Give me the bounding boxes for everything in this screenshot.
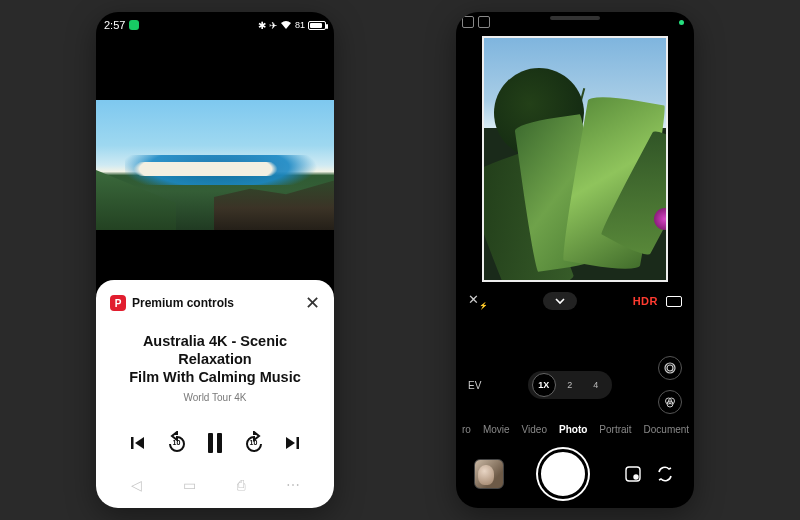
- svg-point-2: [667, 365, 673, 371]
- previous-track-button[interactable]: [124, 429, 152, 457]
- rewind-10-button[interactable]: 10: [165, 431, 189, 455]
- filters-icon[interactable]: [658, 390, 682, 414]
- rewind-seconds: 10: [165, 439, 189, 446]
- airplane-icon: ✈: [269, 20, 277, 31]
- svg-rect-1: [297, 437, 300, 449]
- video-title-line1: Australia 4K - Scenic Relaxation: [143, 333, 287, 367]
- forward-10-button[interactable]: 10: [242, 431, 266, 455]
- playback-controls: 10 10: [110, 429, 320, 457]
- mode-video[interactable]: Video: [522, 424, 547, 435]
- drag-handle-icon[interactable]: [550, 16, 600, 20]
- battery-icon: [308, 21, 326, 30]
- camera-modes[interactable]: ro Movie Video Photo Portrait Document: [456, 416, 694, 437]
- storage-icon-2: [478, 16, 490, 28]
- close-icon[interactable]: ✕: [305, 292, 320, 314]
- sheet-footer-icons: ◁ ▭ ⎙ ⋯: [110, 477, 320, 493]
- wifi-icon: [280, 20, 292, 30]
- pip-icon[interactable]: ▭: [183, 477, 196, 493]
- video-title-line2: Film With Calming Music: [129, 369, 300, 385]
- cast-icon[interactable]: ⎙: [237, 477, 245, 493]
- channel-name: World Tour 4K: [110, 392, 320, 403]
- camera-phone: ✕⚡ HDR EV 1X 2 4 ro Movie Video Photo: [456, 12, 694, 508]
- more-icon[interactable]: ⋯: [286, 477, 300, 493]
- mode-document[interactable]: Document: [644, 424, 690, 435]
- mode-movie[interactable]: Movie: [483, 424, 510, 435]
- forward-seconds: 10: [242, 439, 266, 446]
- status-bar: 2:57 ✱ ✈ 81: [96, 12, 334, 38]
- zoom-2x[interactable]: 2: [558, 373, 582, 397]
- mode-photo[interactable]: Photo: [559, 424, 587, 435]
- zoom-1x[interactable]: 1X: [532, 373, 556, 397]
- shutter-button[interactable]: [538, 449, 588, 499]
- status-icons: ✱ ✈ 81: [258, 20, 326, 31]
- zoom-selector[interactable]: 1X 2 4: [528, 371, 612, 399]
- video-title: Australia 4K - Scenic Relaxation Film Wi…: [110, 332, 320, 386]
- storage-icon-1: [462, 16, 474, 28]
- switch-camera-icon[interactable]: [654, 463, 676, 485]
- sheet-title: Premium controls: [132, 296, 299, 310]
- recording-indicator-icon: [679, 20, 684, 25]
- app-indicator-icon: [129, 20, 139, 30]
- svg-point-8: [634, 475, 638, 479]
- svg-rect-0: [131, 437, 134, 449]
- flash-off-icon[interactable]: ✕⚡: [468, 292, 488, 310]
- camera-viewfinder[interactable]: [482, 36, 668, 282]
- expand-options-button[interactable]: [543, 292, 577, 310]
- mode-portrait[interactable]: Portrait: [599, 424, 631, 435]
- gallery-thumbnail[interactable]: [474, 459, 504, 489]
- controls-sheet: P Premium controls ✕ Australia 4K - Scen…: [96, 280, 334, 508]
- premium-badge-icon: P: [110, 295, 126, 311]
- dnd-icon: ✱: [258, 20, 266, 31]
- video-player[interactable]: [96, 38, 334, 292]
- pause-button[interactable]: [201, 429, 229, 457]
- mode-pro-clip[interactable]: ro: [462, 424, 471, 435]
- lens-switch-icon[interactable]: [658, 356, 682, 380]
- zoom-4x[interactable]: 4: [584, 373, 608, 397]
- media-player-phone: 2:57 ✱ ✈ 81 P Premium controls ✕ Austra: [96, 12, 334, 508]
- battery-text: 81: [295, 20, 305, 30]
- video-frame: [96, 100, 334, 230]
- hdr-toggle[interactable]: HDR: [633, 295, 658, 307]
- ev-button[interactable]: EV: [468, 380, 481, 391]
- back-nav-icon[interactable]: ◁: [131, 477, 142, 493]
- camera-status-bar: [456, 12, 694, 32]
- google-lens-icon[interactable]: [622, 463, 644, 485]
- aspect-ratio-icon[interactable]: [666, 296, 682, 307]
- next-track-button[interactable]: [278, 429, 306, 457]
- clock: 2:57: [104, 19, 125, 31]
